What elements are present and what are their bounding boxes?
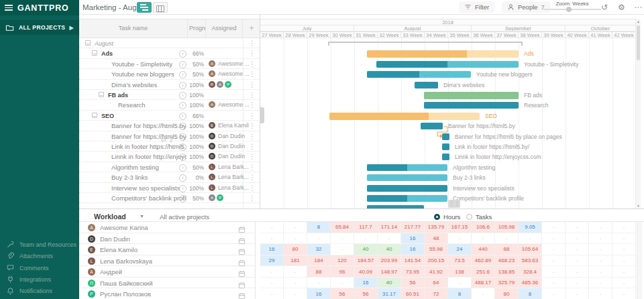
gantt-bar[interactable] bbox=[367, 185, 447, 192]
info-icon[interactable]: i bbox=[179, 185, 186, 192]
calendar-icon[interactable] bbox=[238, 292, 246, 299]
column-header-task-name[interactable]: Task name bbox=[79, 19, 188, 38]
task-row[interactable]: Competitors' backlink profilei50%AP⋮ bbox=[79, 193, 260, 203]
gantt-bar[interactable] bbox=[367, 164, 447, 171]
workload-row[interactable]: РРуслан Полозков bbox=[79, 288, 255, 299]
info-icon[interactable]: i bbox=[179, 102, 186, 109]
calendar-icon[interactable] bbox=[238, 259, 246, 267]
hamburger-menu-icon[interactable] bbox=[5, 3, 13, 12]
gantt-bar[interactable] bbox=[329, 113, 480, 120]
timeline-week[interactable]: 41 Week bbox=[589, 32, 612, 38]
gantt-bar[interactable] bbox=[442, 133, 449, 140]
task-row[interactable]: Linnk in footer http://enjoycss.comi100%… bbox=[79, 152, 260, 162]
radio-selected-icon[interactable] bbox=[434, 214, 440, 220]
info-icon[interactable]: i bbox=[179, 195, 186, 202]
row-menu-icon[interactable]: ⋮ bbox=[249, 40, 256, 47]
row-menu-icon[interactable]: ⋮ bbox=[249, 112, 256, 119]
collapse-toggle-icon[interactable]: – bbox=[92, 113, 97, 118]
gantt-bar[interactable] bbox=[421, 123, 443, 129]
row-menu-icon[interactable]: ⋮ bbox=[249, 184, 256, 192]
calendar-button[interactable] bbox=[238, 290, 246, 299]
timeline-week[interactable]: 29 Week bbox=[307, 32, 331, 38]
timeline-week[interactable]: 38 Week bbox=[519, 32, 542, 38]
workload-title[interactable]: Workload bbox=[94, 213, 126, 221]
timeline-week[interactable]: 37 Week bbox=[495, 32, 519, 38]
info-icon[interactable]: i bbox=[179, 113, 186, 120]
chart-vertical-scrollbar[interactable]: ▲ ▼ bbox=[635, 19, 641, 208]
gantt-bar[interactable] bbox=[376, 61, 519, 68]
row-menu-icon[interactable]: ⋮ bbox=[249, 143, 256, 150]
hours-radio[interactable]: Hours bbox=[431, 213, 460, 221]
gantt-bar[interactable] bbox=[367, 195, 447, 202]
radio-unselected-icon[interactable] bbox=[466, 214, 472, 220]
gantt-bar[interactable] bbox=[415, 82, 438, 88]
row-menu-icon[interactable]: ⋮ bbox=[249, 133, 256, 140]
scroll-down-icon[interactable]: ▼ bbox=[636, 204, 641, 208]
info-icon[interactable]: i bbox=[179, 61, 186, 68]
task-row[interactable]: Link in footer https://html5.by/i100%DDa… bbox=[79, 141, 260, 152]
more-options-icon[interactable]: ⋯ bbox=[634, 2, 642, 13]
pane-splitter-handle[interactable] bbox=[260, 107, 264, 123]
timeline-week[interactable]: 39 Week bbox=[542, 32, 566, 38]
column-header-progress[interactable]: Progress bbox=[188, 19, 206, 38]
sidebar-item-comments[interactable]: Comments bbox=[0, 262, 79, 274]
gantt-bar[interactable] bbox=[442, 154, 449, 160]
task-row[interactable]: –SEOi66%⋮ bbox=[79, 111, 260, 121]
zoom-slider-handle[interactable] bbox=[566, 7, 572, 12]
workload-row[interactable]: LLena Barkovskaya bbox=[79, 255, 255, 267]
collapse-toggle-icon[interactable]: – bbox=[99, 92, 104, 97]
task-row[interactable]: Banner for https://html5.byi100%EElena K… bbox=[79, 121, 260, 131]
task-row[interactable]: Interview seo specialistsi100%LLena Bark… bbox=[79, 183, 260, 193]
info-icon[interactable]: i bbox=[179, 174, 186, 182]
info-icon[interactable]: i bbox=[179, 164, 186, 172]
collapse-toggle-icon[interactable]: – bbox=[92, 50, 97, 56]
task-row[interactable]: Researchi100%AAwesome ...⋮ bbox=[79, 100, 260, 110]
workload-scrollbar[interactable] bbox=[637, 222, 642, 299]
task-row[interactable]: –August⋮ bbox=[79, 38, 260, 48]
timeline-week[interactable]: 36 Week bbox=[472, 32, 495, 38]
row-menu-icon[interactable]: ⋮ bbox=[249, 91, 256, 99]
scrollbar-thumb[interactable] bbox=[637, 25, 640, 60]
calendar-icon[interactable] bbox=[238, 226, 246, 233]
workload-row[interactable]: DDan Dudin bbox=[79, 233, 255, 245]
row-menu-icon[interactable]: ⋮ bbox=[249, 81, 256, 88]
sidebar-item-notifications[interactable]: Notifications bbox=[0, 286, 79, 297]
info-icon[interactable]: i bbox=[179, 50, 186, 58]
task-row[interactable]: Banner for https://html5 by pl...i100%DD… bbox=[79, 131, 260, 141]
task-row[interactable]: Youtube - Simpletivityi50%AAwesome ...⋮ bbox=[79, 59, 260, 69]
chart-scroll-handle[interactable]: ⋮⋮ bbox=[448, 200, 460, 208]
workload-row[interactable]: EElena Kamilo bbox=[79, 244, 255, 255]
task-row[interactable]: –Adsi66%⋮ bbox=[79, 48, 260, 58]
workload-row[interactable]: ААндрей bbox=[79, 266, 255, 278]
timeline-week[interactable]: 40 Week bbox=[566, 32, 589, 38]
scroll-up-icon[interactable]: ▲ bbox=[636, 19, 641, 23]
board-view-button[interactable] bbox=[153, 2, 168, 13]
row-menu-icon[interactable]: ⋮ bbox=[249, 122, 256, 129]
calendar-icon[interactable] bbox=[238, 282, 246, 289]
gantt-bar[interactable] bbox=[424, 102, 519, 109]
calendar-icon[interactable] bbox=[238, 237, 246, 245]
filter-button[interactable]: Filter bbox=[459, 1, 494, 13]
row-menu-icon[interactable]: ⋮ bbox=[249, 70, 256, 78]
info-icon[interactable]: i bbox=[179, 133, 186, 141]
gantt-view-button[interactable] bbox=[137, 2, 152, 13]
workload-row[interactable]: AAwesome Karina bbox=[79, 222, 255, 233]
task-row[interactable]: Buy 2-3 linksi0%LLena Bark...⋮ bbox=[79, 172, 260, 182]
info-icon[interactable]: i bbox=[179, 92, 186, 99]
timeline-week[interactable]: 33 Week bbox=[401, 32, 425, 38]
row-menu-icon[interactable]: ⋮ bbox=[249, 101, 256, 109]
settings-gear-icon[interactable]: ⚙ bbox=[618, 2, 625, 13]
timeline-week[interactable]: 28 Week bbox=[284, 32, 307, 38]
row-menu-icon[interactable]: ⋮ bbox=[249, 194, 256, 202]
task-row[interactable]: Algorithm testingi50%LLena Bark...⋮ bbox=[79, 162, 260, 172]
tasks-radio[interactable]: Tasks bbox=[463, 213, 492, 221]
info-icon[interactable]: i bbox=[179, 71, 186, 78]
task-row[interactable]: –FB adsi100%⋮ bbox=[79, 90, 260, 100]
sidebar-item-attachments[interactable]: Attachments bbox=[0, 250, 79, 261]
timeline-week[interactable]: 42 Week bbox=[612, 32, 636, 38]
info-icon[interactable]: i bbox=[179, 82, 186, 89]
row-menu-icon[interactable]: ⋮ bbox=[249, 174, 256, 181]
task-row[interactable]: Dima's websitesi100%RAP⋮ bbox=[79, 80, 260, 90]
calendar-icon[interactable] bbox=[238, 248, 246, 255]
timeline-week[interactable]: 31 Week bbox=[354, 32, 378, 38]
